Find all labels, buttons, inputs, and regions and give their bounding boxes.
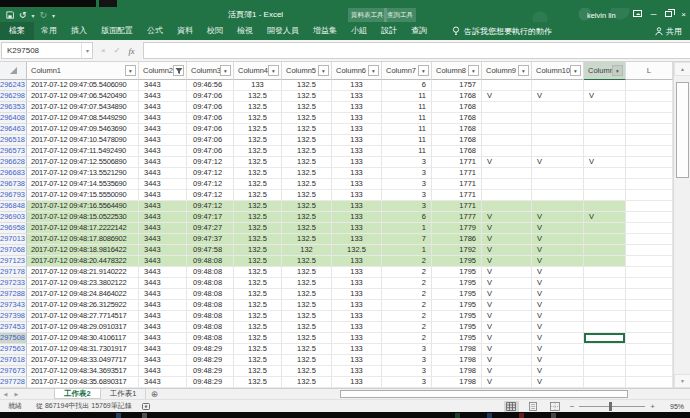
cell[interactable]: 133 xyxy=(332,190,382,201)
cell[interactable]: 1795 xyxy=(432,267,482,278)
cell[interactable]: 09:47:12 xyxy=(187,190,234,201)
cell[interactable]: 3443 xyxy=(139,245,187,256)
sheet-tab-1[interactable]: 工作表2 xyxy=(54,389,101,399)
cell[interactable]: 09:47:58 xyxy=(187,245,234,256)
row-header[interactable]: 296573 xyxy=(0,146,27,157)
cell[interactable] xyxy=(626,278,673,289)
cell[interactable]: 2017-07-12 09:48:29.0910317 xyxy=(27,322,139,333)
cell[interactable]: V xyxy=(532,377,584,388)
cell[interactable]: 2017-07-12 09:48:20.4478322 xyxy=(27,256,139,267)
normal-view-button[interactable] xyxy=(504,401,519,412)
cell[interactable] xyxy=(532,190,584,201)
cell[interactable]: 3443 xyxy=(139,223,187,234)
cell[interactable] xyxy=(482,113,532,124)
cell[interactable]: 1795 xyxy=(432,300,482,311)
cell[interactable] xyxy=(626,124,673,135)
cell[interactable]: 2017-07-12 09:48:33.0497717 xyxy=(27,355,139,366)
enter-icon[interactable]: ✓ xyxy=(114,46,121,55)
column-header-Column8[interactable]: Column8▾ xyxy=(432,62,482,80)
cell[interactable] xyxy=(626,91,673,102)
cell[interactable] xyxy=(584,146,626,157)
cell[interactable]: 09:47:06 xyxy=(187,113,234,124)
cell[interactable] xyxy=(626,113,673,124)
cell[interactable]: 133 xyxy=(332,267,382,278)
cell[interactable]: 3443 xyxy=(139,333,187,344)
cell[interactable]: 132.5 xyxy=(282,289,332,300)
column-header-Column1[interactable]: Column1▾ xyxy=(27,62,139,80)
ribbon-tab-3[interactable]: 插入 xyxy=(64,22,94,40)
cell[interactable]: 133 xyxy=(332,223,382,234)
cell[interactable]: 3443 xyxy=(139,311,187,322)
cell[interactable] xyxy=(626,102,673,113)
cell[interactable]: 132.5 xyxy=(282,168,332,179)
cell[interactable]: 1777 xyxy=(432,212,482,223)
column-header-Column7[interactable]: Column7▾ xyxy=(382,62,432,80)
cell[interactable]: 3443 xyxy=(139,179,187,190)
filter-applied-icon[interactable] xyxy=(173,65,184,76)
cell[interactable]: 1792 xyxy=(432,245,482,256)
cell[interactable]: 09:48:08 xyxy=(187,267,234,278)
cell[interactable] xyxy=(584,377,626,388)
cell[interactable]: 132.5 xyxy=(282,102,332,113)
cell[interactable] xyxy=(584,124,626,135)
cell[interactable]: 2017-07-12 09:47:15.5550090 xyxy=(27,190,139,201)
cell[interactable]: 3443 xyxy=(139,102,187,113)
cell[interactable]: 7 xyxy=(382,234,432,245)
cell[interactable] xyxy=(626,256,673,267)
cell[interactable] xyxy=(584,135,626,146)
page-break-preview-button[interactable] xyxy=(548,401,563,412)
cell[interactable]: 09:48:08 xyxy=(187,300,234,311)
cell[interactable]: 133 xyxy=(332,146,382,157)
cell[interactable]: 133 xyxy=(332,289,382,300)
cell[interactable]: 3443 xyxy=(139,377,187,388)
cell[interactable]: 132.5 xyxy=(234,289,282,300)
row-header[interactable]: 296958 xyxy=(0,223,27,234)
horizontal-scrollbar-thumb[interactable] xyxy=(340,390,628,398)
cell[interactable]: 1798 xyxy=(432,377,482,388)
cell[interactable]: 133 xyxy=(332,344,382,355)
zoom-slider[interactable]: − + xyxy=(570,402,655,411)
cell[interactable]: 2017-07-12 09:47:16.5564490 xyxy=(27,201,139,212)
row-header[interactable]: 297178 xyxy=(0,267,27,278)
cell[interactable]: V xyxy=(532,344,584,355)
cell[interactable]: 3 xyxy=(382,366,432,377)
cell[interactable]: 3 xyxy=(382,201,432,212)
cell[interactable]: 132.5 xyxy=(234,333,282,344)
minimize-button[interactable]: ─ xyxy=(651,8,657,22)
cell[interactable]: 2017-07-12 09:47:07.5434890 xyxy=(27,102,139,113)
cell[interactable]: V xyxy=(532,245,584,256)
cell[interactable]: 6 xyxy=(382,80,432,91)
column-header-Column6[interactable]: Column6▾ xyxy=(332,62,382,80)
cell[interactable]: 2017-07-12 09:48:18.9816422 xyxy=(27,245,139,256)
cell[interactable]: 132.5 xyxy=(234,344,282,355)
row-header[interactable]: 297453 xyxy=(0,322,27,333)
cell[interactable]: 132.5 xyxy=(234,267,282,278)
cell[interactable]: 133 xyxy=(332,377,382,388)
cell[interactable]: 09:48:08 xyxy=(187,322,234,333)
scroll-down-icon[interactable]: ▼ xyxy=(674,374,690,388)
cell[interactable] xyxy=(482,102,532,113)
cell[interactable]: 1768 xyxy=(432,113,482,124)
cell[interactable]: 132.5 xyxy=(234,355,282,366)
cell[interactable]: V xyxy=(532,234,584,245)
cell[interactable]: 09:47:06 xyxy=(187,102,234,113)
cell[interactable]: 1795 xyxy=(432,278,482,289)
cell[interactable] xyxy=(482,179,532,190)
filter-dropdown-icon[interactable]: ▾ xyxy=(612,65,623,76)
cell[interactable]: V xyxy=(482,366,532,377)
cell[interactable] xyxy=(532,146,584,157)
undo-button[interactable]: ↺ xyxy=(19,8,27,22)
cell[interactable]: 132.5 xyxy=(282,344,332,355)
filter-dropdown-icon[interactable]: ▾ xyxy=(268,65,279,76)
cell[interactable]: 09:48:08 xyxy=(187,333,234,344)
cell[interactable]: 133 xyxy=(332,157,382,168)
cell[interactable] xyxy=(532,113,584,124)
cell[interactable]: V xyxy=(532,223,584,234)
cell[interactable]: 132.5 xyxy=(234,179,282,190)
cell[interactable]: 132.5 xyxy=(282,322,332,333)
sheet-tab-2[interactable]: 工作表1 xyxy=(101,389,147,399)
cell[interactable] xyxy=(482,201,532,212)
cell[interactable]: 133 xyxy=(332,256,382,267)
cell[interactable]: 132.5 xyxy=(282,190,332,201)
cell[interactable] xyxy=(626,146,673,157)
